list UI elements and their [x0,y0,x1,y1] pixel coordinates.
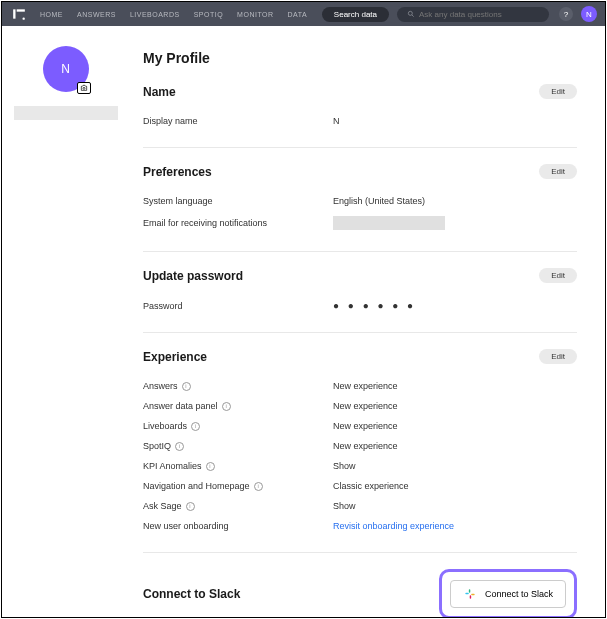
nav-monitor[interactable]: MONITOR [237,11,273,18]
edit-name-button[interactable]: Edit [539,84,577,99]
system-language-label: System language [143,196,333,206]
help-icon[interactable]: ? [559,7,573,21]
experience-row: LiveboardsiNew experience [143,416,577,436]
slack-section: Connect to Slack Connect to Slack [143,569,577,617]
nav-answers[interactable]: ANSWERS [77,11,116,18]
experience-row-value: New experience [333,441,577,451]
info-icon[interactable]: i [254,482,263,491]
experience-row-label: Navigation and Homepagei [143,481,333,491]
svg-line-4 [412,15,414,17]
app-logo[interactable] [10,5,28,23]
nav-liveboards[interactable]: LIVEBOARDS [130,11,180,18]
name-section-title: Name [143,85,176,99]
experience-row-label: New user onboarding [143,521,333,531]
edit-preferences-button[interactable]: Edit [539,164,577,179]
nav-home[interactable]: HOME [40,11,63,18]
ask-search-wrap[interactable] [397,7,549,22]
svg-rect-8 [469,589,470,593]
experience-row-value: Show [333,461,577,471]
nav-spotiq[interactable]: SPOTIQ [194,11,223,18]
experience-row: Answer data paneliNew experience [143,396,577,416]
display-name-label: Display name [143,116,333,126]
experience-row-label: Ask Sagei [143,501,333,511]
experience-section: Experience Edit AnswersiNew experienceAn… [143,349,577,553]
email-placeholder [333,216,445,230]
svg-rect-7 [471,594,475,595]
edit-password-button[interactable]: Edit [539,268,577,283]
onboarding-link[interactable]: Revisit onboarding experience [333,521,577,531]
experience-row-value: New experience [333,421,577,431]
password-section: Update password Edit Password ● ● ● ● ● … [143,268,577,333]
info-icon[interactable]: i [222,402,231,411]
experience-row-value: Classic experience [333,481,577,491]
svg-rect-1 [17,9,25,11]
search-data-button[interactable]: Search data [322,7,389,22]
preferences-section: Preferences Edit System language English… [143,164,577,252]
password-title: Update password [143,269,243,283]
info-icon[interactable]: i [182,382,191,391]
experience-row-value: New experience [333,381,577,391]
slack-icon [463,587,477,601]
experience-row-value: Show [333,501,577,511]
experience-row: AnswersiNew experience [143,376,577,396]
experience-row-label: Answersi [143,381,333,391]
password-masked: ● ● ● ● ● ● [333,300,577,311]
name-placeholder [14,106,118,120]
experience-row: Navigation and HomepageiClassic experien… [143,476,577,496]
slack-highlight: Connect to Slack [439,569,577,617]
info-icon[interactable]: i [206,462,215,471]
profile-sidebar: N [2,26,129,617]
experience-row-label: SpotIQi [143,441,333,451]
page-title: My Profile [143,50,577,66]
camera-icon [80,84,88,92]
password-label: Password [143,301,333,311]
svg-point-2 [23,18,25,20]
experience-row: SpotIQiNew experience [143,436,577,456]
connect-slack-button[interactable]: Connect to Slack [450,580,566,608]
svg-rect-9 [470,595,471,599]
nav-data[interactable]: DATA [288,11,308,18]
ask-input[interactable] [419,10,539,19]
search-icon [407,10,415,18]
info-icon[interactable]: i [175,442,184,451]
user-avatar-large: N [43,46,89,92]
svg-point-5 [83,87,85,89]
main-content: My Profile Name Edit Display name N Pref… [129,26,605,617]
edit-experience-button[interactable]: Edit [539,349,577,364]
info-icon[interactable]: i [186,502,195,511]
main-nav: HOME ANSWERS LIVEBOARDS SPOTIQ MONITOR D… [40,11,307,18]
experience-row-label: KPI Anomaliesi [143,461,333,471]
experience-row: KPI AnomaliesiShow [143,456,577,476]
display-name-value: N [333,116,577,126]
experience-row-label: Liveboardsi [143,421,333,431]
avatar-initial: N [61,62,70,76]
svg-rect-6 [465,593,469,594]
slack-button-label: Connect to Slack [485,589,553,599]
experience-row-value: New experience [333,401,577,411]
experience-row: New user onboardingRevisit onboarding ex… [143,516,577,536]
upload-photo-button[interactable] [77,82,91,94]
experience-row: Ask SageiShow [143,496,577,516]
top-navigation: HOME ANSWERS LIVEBOARDS SPOTIQ MONITOR D… [2,2,605,26]
experience-row-label: Answer data paneli [143,401,333,411]
experience-title: Experience [143,350,207,364]
preferences-title: Preferences [143,165,212,179]
slack-title: Connect to Slack [143,587,240,601]
svg-point-3 [408,11,412,15]
email-notifications-label: Email for receiving notifications [143,218,333,228]
svg-rect-0 [13,9,15,18]
system-language-value: English (United States) [333,196,577,206]
user-avatar-small[interactable]: N [581,6,597,22]
info-icon[interactable]: i [191,422,200,431]
name-section: Name Edit Display name N [143,84,577,148]
